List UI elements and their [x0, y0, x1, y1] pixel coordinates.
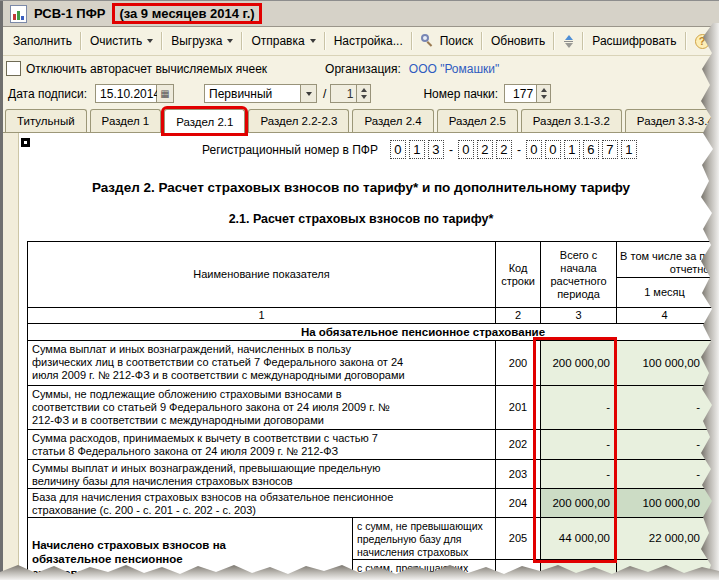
window-title: РСВ-1 ПФР: [34, 6, 105, 21]
reg-digit-cell[interactable]: 0: [458, 140, 474, 159]
toolbar-separator: [553, 32, 555, 50]
collapse-expand-button[interactable]: [556, 31, 581, 52]
row-203-total-cell[interactable]: -: [541, 460, 617, 489]
row-204-code: 204: [496, 489, 541, 518]
send-button[interactable]: Отправка: [244, 31, 322, 51]
reg-digit-cell[interactable]: 1: [621, 140, 637, 159]
organization-link[interactable]: ООО "Ромашки": [409, 62, 500, 76]
toolbar-separator: [80, 32, 82, 50]
toolbar-separator: [582, 32, 584, 50]
row-201-month1-cell[interactable]: -: [617, 386, 713, 430]
row-205-month1-cell[interactable]: 22 000,00: [617, 518, 713, 560]
header-name: Наименование показателя: [28, 242, 496, 308]
reg-digit-cell[interactable]: 0: [545, 140, 561, 159]
spin-up-icon: [361, 88, 367, 92]
row-206-month2-cell[interactable]: [713, 560, 719, 580]
reg-digit-cell[interactable]: 3: [428, 140, 444, 159]
collapse-expand-icon: [563, 34, 574, 49]
pack-number-input[interactable]: 177: [504, 84, 537, 103]
title-bar: РСВ-1 ПФР (за 9 месяцев 2014 г.): [0, 1, 719, 27]
row-204-month2-cell: [713, 489, 719, 518]
reg-digit-cell[interactable]: 7: [602, 140, 618, 159]
row-201-month2-cell[interactable]: [713, 386, 719, 430]
correction-number-spinner[interactable]: [357, 84, 371, 103]
correction-number-input[interactable]: 1: [330, 84, 357, 103]
row-203-month1-cell[interactable]: -: [617, 460, 713, 489]
row-206-month1-cell[interactable]: [617, 560, 713, 580]
settings-button[interactable]: Настройка...: [327, 31, 410, 51]
search-button[interactable]: Поиск: [414, 31, 480, 51]
spreadsheet-corner-marker: [21, 138, 30, 147]
row-206-total-cell[interactable]: [541, 560, 617, 580]
reg-digit-cell[interactable]: 1: [409, 140, 425, 159]
reg-dash: -: [449, 143, 453, 157]
spin-up-icon: [541, 88, 547, 92]
colnum-2: 2: [496, 308, 541, 324]
organization-label: Организация:: [325, 62, 401, 76]
colnum-1: 1: [28, 308, 496, 324]
doc-type-dropdown-button[interactable]: [301, 84, 317, 103]
tab-titulny[interactable]: Титульный: [5, 109, 87, 132]
reg-digit-cell[interactable]: 0: [526, 140, 542, 159]
reg-digit-cell[interactable]: 1: [564, 140, 580, 159]
reg-digit-cell[interactable]: 2: [496, 140, 512, 159]
chevron-down-icon: [306, 92, 312, 96]
params-row: Дата подписи: 15.10.2014 ▦ Первичный / 1…: [0, 81, 719, 106]
tab-razdel-2-5[interactable]: Раздел 2.5: [437, 109, 518, 132]
tab-razdel-1[interactable]: Раздел 1: [90, 109, 162, 132]
tab-razdel-2-1[interactable]: Раздел 2.1: [164, 109, 245, 133]
pack-number-spinner[interactable]: [537, 84, 551, 103]
fill-button[interactable]: Заполнить: [6, 31, 79, 51]
doc-type-select[interactable]: Первичный: [204, 84, 301, 103]
row-205-month2-cell[interactable]: [713, 518, 719, 560]
search-icon: [421, 34, 435, 48]
tab-strip: Титульный Раздел 1 Раздел 2.1 Раздел 2.2…: [0, 106, 719, 133]
row-206-sub-label: с сумм, превышающих предельную: [353, 560, 496, 580]
row-202-total-cell[interactable]: -: [541, 430, 617, 460]
app-window: РСВ-1 ПФР (за 9 месяцев 2014 г.) Заполни…: [0, 0, 719, 580]
clear-button[interactable]: Очистить: [83, 31, 160, 51]
annotation-period-box: (за 9 месяцев 2014 г.): [112, 3, 261, 24]
row-200-month2-cell[interactable]: [713, 341, 719, 386]
row-202-month1-cell[interactable]: -: [617, 430, 713, 460]
toolbar-separator: [241, 32, 243, 50]
toolbar: Заполнить Очистить Выгрузка Отправка Нас…: [0, 27, 719, 56]
pack-number-label: Номер пачки:: [423, 87, 498, 101]
row-202-name: Сумма расходов, принимаемых к вычету в с…: [28, 430, 496, 460]
sign-date-input[interactable]: 15.10.2014: [95, 84, 157, 103]
decrypt-button[interactable]: Расшифровать: [585, 31, 683, 51]
row-200-month1-cell[interactable]: 100 000,00: [617, 341, 713, 386]
autocalc-label: Отключить авторасчет вычисляемых ячеек: [26, 62, 267, 76]
header-months-group: В том числе за последние три месяца отче…: [617, 242, 719, 278]
report-period: (за 9 месяцев 2014 г.): [119, 6, 254, 21]
autocalc-checkbox[interactable]: [6, 61, 21, 76]
tab-razdel-3-1-3-2[interactable]: Раздел 3.1-3.2: [521, 109, 622, 132]
help-button[interactable]: ?: [688, 31, 717, 52]
reg-digit-cell[interactable]: 0: [390, 140, 406, 159]
colnum-5: [713, 308, 719, 324]
row-203-month2-cell[interactable]: [713, 460, 719, 489]
spin-down-icon: [361, 95, 367, 99]
row-200-total-cell[interactable]: 200 000,00: [541, 341, 617, 386]
header-month-1: 1 месяц: [617, 278, 713, 308]
registration-number-row: Регистрационный номер в ПФР 0 1 3 - 0 2 …: [30, 140, 710, 159]
reg-digit-cell[interactable]: 2: [477, 140, 493, 159]
toolbar-separator: [685, 32, 687, 50]
report-document-icon: [10, 5, 27, 23]
options-row: Отключить авторасчет вычисляемых ячеек О…: [0, 56, 719, 81]
tab-razdel-2-2-2-3[interactable]: Раздел 2.2-2.3: [248, 109, 349, 132]
tab-razdel-2-4[interactable]: Раздел 2.4: [352, 109, 433, 132]
row-203-code: 203: [496, 460, 541, 489]
unload-button[interactable]: Выгрузка: [164, 31, 240, 51]
row-205-total-cell[interactable]: 44 000,00: [541, 518, 617, 560]
reg-digit-cell[interactable]: 6: [583, 140, 599, 159]
toolbar-separator: [411, 32, 413, 50]
row-202-month2-cell[interactable]: [713, 430, 719, 460]
row-201-total-cell[interactable]: -: [541, 386, 617, 430]
calendar-icon[interactable]: ▦: [157, 84, 174, 103]
header-total: Всего с начала расчетного периода: [541, 242, 617, 308]
header-month-2: 2 месяц: [713, 278, 719, 308]
refresh-button[interactable]: Обновить: [484, 31, 552, 51]
row-205-sub-label: с сумм, не превышающих предельную базу д…: [353, 518, 496, 560]
tab-razdel-3-3-3-4[interactable]: Раздел 3.3-3.4: [625, 109, 719, 132]
